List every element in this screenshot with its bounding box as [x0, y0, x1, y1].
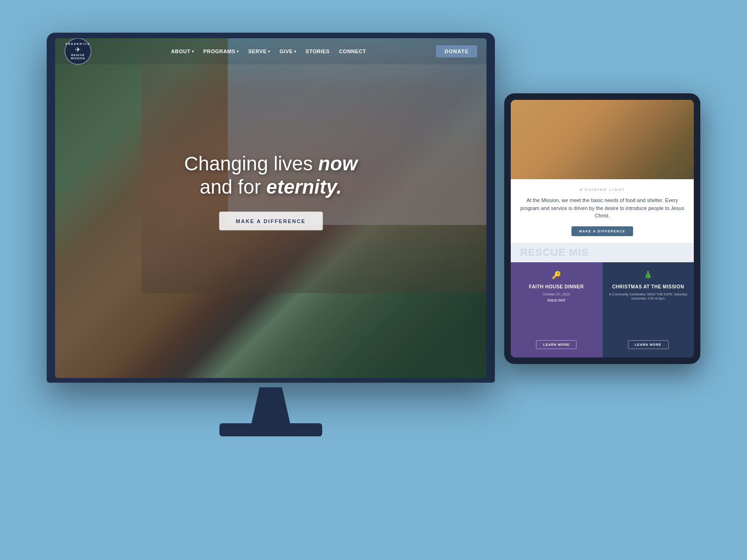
- hero-title: Changing lives now and for eternity.: [98, 152, 443, 199]
- tablet-description: At the Mission, we meet the basic needs …: [520, 196, 684, 220]
- tablet-frame: A GUIDING LIGHT At the Mission, we meet …: [504, 93, 700, 364]
- site-logo[interactable]: FREDERICK ✈ RESCUEMISSION: [64, 38, 92, 65]
- logo-text-bottom: RESCUEMISSION: [71, 54, 85, 60]
- tablet-cta-button[interactable]: MAKE A DIFFERENCE: [571, 226, 633, 236]
- chevron-down-icon: ▾: [268, 49, 270, 54]
- tablet-section-label: A GUIDING LIGHT: [520, 188, 684, 192]
- event-card-christmas: 🎄 CHRISTMAS AT THE MISSION A Community C…: [602, 262, 694, 358]
- nav-item-give[interactable]: GIVE ▾: [276, 47, 300, 56]
- navbar: FREDERICK ✈ RESCUEMISSION ABOUT ▾ PROGRA…: [55, 38, 486, 64]
- logo-icon: ✈: [75, 46, 81, 53]
- event-card-faith-house: 🔑 FAITH HOUSE DINNER October 27, 2023 SO…: [511, 262, 602, 358]
- event-title-faith-house: FAITH HOUSE DINNER: [529, 284, 584, 289]
- tablet: A GUIDING LIGHT At the Mission, we meet …: [504, 93, 700, 364]
- watermark-text: RESCUE MIS: [520, 246, 589, 258]
- tablet-watermark: RESCUE MIS: [511, 243, 694, 262]
- nav-item-programs[interactable]: PROGRAMS ▾: [199, 47, 242, 56]
- monitor-frame: FREDERICK ✈ RESCUEMISSION ABOUT ▾ PROGRA…: [47, 33, 495, 383]
- tablet-hero-path: [511, 100, 694, 179]
- tablet-events-section: 🔑 FAITH HOUSE DINNER October 27, 2023 SO…: [511, 262, 694, 358]
- tablet-screen: A GUIDING LIGHT At the Mission, we meet …: [511, 100, 694, 357]
- nav-item-serve[interactable]: SERVE ▾: [245, 47, 274, 56]
- nav-links: ABOUT ▾ PROGRAMS ▾ SERVE ▾ GIVE: [101, 47, 436, 56]
- scene: FREDERICK ✈ RESCUEMISSION ABOUT ▾ PROGRA…: [47, 33, 700, 527]
- monitor-stand: [243, 387, 299, 425]
- event-key-icon: 🔑: [552, 271, 561, 280]
- monitor-screen: FREDERICK ✈ RESCUEMISSION ABOUT ▾ PROGRA…: [55, 38, 486, 378]
- hero-cta-button[interactable]: MAKE A DIFFERENCE: [219, 212, 323, 231]
- nav-item-connect[interactable]: CONNECT: [335, 47, 370, 56]
- event-description-christmas: A Community Celebration SAVE THE DATE: S…: [609, 292, 688, 301]
- desktop-monitor: FREDERICK ✈ RESCUEMISSION ABOUT ▾ PROGRA…: [47, 33, 495, 462]
- event-learn-more-christmas[interactable]: LEARN MORE: [628, 340, 669, 349]
- event-title-christmas: CHRISTMAS AT THE MISSION: [612, 284, 684, 289]
- chevron-down-icon: ▾: [294, 49, 296, 54]
- tablet-content-section: A GUIDING LIGHT At the Mission, we meet …: [511, 179, 694, 243]
- event-status-faith-house: SOLD OUT: [547, 298, 565, 302]
- chevron-down-icon: ▾: [237, 49, 239, 54]
- tablet-hero-image: [511, 100, 694, 179]
- event-tree-icon: 🎄: [643, 271, 653, 280]
- donate-button[interactable]: DONATE: [436, 45, 477, 57]
- event-date-faith-house: October 27, 2023: [543, 292, 570, 296]
- hero-content: Changing lives now and for eternity. MAK…: [98, 152, 443, 231]
- monitor-base: [219, 423, 322, 436]
- chevron-down-icon: ▾: [192, 49, 194, 54]
- event-learn-more-faith-house[interactable]: LEARN MORE: [536, 340, 577, 349]
- nav-item-stories[interactable]: STORIES: [302, 47, 334, 56]
- logo-text-top: FREDERICK: [65, 42, 90, 45]
- nav-item-about[interactable]: ABOUT ▾: [167, 47, 197, 56]
